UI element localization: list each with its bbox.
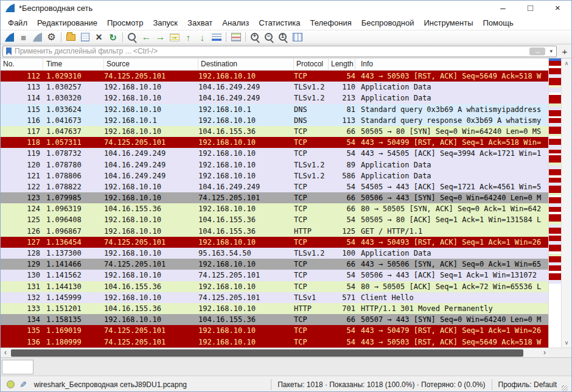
capture-restart-button[interactable] — [30, 30, 44, 44]
column-header-time[interactable]: Time — [43, 58, 104, 70]
packet-row-122[interactable]: 1221.078822192.168.10.10104.16.249.249TC… — [1, 181, 549, 192]
minimize-button[interactable]: – — [489, 1, 517, 15]
packet-row-113[interactable]: 1131.030257192.168.10.10104.16.249.249TL… — [1, 82, 549, 93]
close-button[interactable]: × — [544, 1, 571, 15]
cell-source: 192.168.10.10 — [104, 248, 198, 259]
menu-item-analyze[interactable]: Анализ — [217, 17, 254, 29]
maximize-button[interactable]: □ — [517, 1, 544, 15]
packet-row-136[interactable]: 1361.18099974.125.205.101192.168.10.10TC… — [1, 337, 549, 348]
packet-row-125[interactable]: 1251.096408192.168.10.10104.16.155.36TCP… — [1, 214, 549, 225]
cell-info: Application Data — [355, 248, 549, 259]
open-file-button[interactable] — [64, 30, 78, 44]
profile-indicator[interactable]: Профиль: Default — [492, 379, 562, 390]
menu-item-help[interactable]: Помощь — [478, 17, 518, 29]
menu-item-edit[interactable]: Редактирование — [32, 17, 102, 29]
zoom-out-icon: − — [264, 32, 274, 43]
zoom-out-button[interactable]: − — [262, 30, 276, 44]
capture-options-button[interactable]: ⚙ — [44, 30, 58, 44]
colorize-packets-icon — [231, 33, 241, 41]
display-filter-input[interactable] — [15, 47, 529, 56]
packet-row-126[interactable]: 1261.096867192.168.10.10104.16.155.36HTT… — [1, 226, 549, 237]
cell-no: 133 — [1, 303, 43, 314]
resize-columns-button[interactable] — [290, 30, 304, 44]
filter-bookmark-icon[interactable] — [6, 47, 12, 55]
packet-row-134[interactable]: 1341.158135192.168.10.10104.16.155.36TCP… — [1, 314, 549, 325]
packet-row-124[interactable]: 1241.096319104.16.155.36192.168.10.10TCP… — [1, 203, 549, 214]
scroll-up-arrow[interactable]: ∧ — [565, 58, 569, 68]
cell-protocol: TLSv1.2 — [294, 93, 329, 103]
zoom-in-button[interactable]: + — [248, 30, 262, 44]
cell-source: 104.16.155.36 — [104, 203, 198, 214]
status-bar: ✎ wireshark_Беспроводная сетьJ89DU1.pcap… — [1, 376, 571, 392]
packet-row-131[interactable]: 1311.144130104.16.155.36192.168.10.10TCP… — [1, 281, 549, 292]
packet-detail-pane-sliver[interactable] — [2, 360, 33, 374]
cell-info: GET / HTTP/1.1 — [355, 226, 549, 237]
cell-time: 1.079985 — [43, 192, 104, 203]
zoom-100-button[interactable]: 1 — [276, 30, 290, 44]
menu-item-statistics[interactable]: Статистика — [254, 17, 305, 29]
go-last-packet-button[interactable]: ↓ — [195, 30, 209, 44]
cell-time: 1.041673 — [43, 115, 104, 126]
column-header-source[interactable]: Source — [104, 58, 198, 70]
packet-row-133[interactable]: 1331.151201104.16.155.36192.168.10.10HTT… — [1, 303, 549, 314]
packet-row-127[interactable]: 1271.13645474.125.205.101192.168.10.10TC… — [1, 237, 549, 248]
apply-filter-button[interactable]: → — [529, 47, 545, 55]
go-back-button[interactable]: ← — [139, 30, 153, 44]
scroll-left-arrow[interactable]: ‹ — [1, 348, 10, 357]
menu-item-capture[interactable]: Захват — [183, 17, 217, 29]
find-packet-button[interactable] — [125, 30, 139, 44]
save-file-button[interactable] — [78, 30, 92, 44]
packet-row-129[interactable]: 1291.14146674.125.205.101192.168.10.10TC… — [1, 259, 549, 270]
packet-row-116[interactable]: 1161.041673192.168.10.1192.168.10.10DNS1… — [1, 115, 549, 126]
packet-row-123[interactable]: 1231.079985192.168.10.1074.125.205.101TC… — [1, 192, 549, 203]
packet-row-112[interactable]: 1121.02931074.125.205.101192.168.10.10TC… — [1, 71, 549, 82]
capture-stop-button[interactable]: ■ — [16, 30, 30, 44]
column-header-dest[interactable]: Destination — [198, 58, 294, 70]
cell-protocol: TCP — [294, 214, 329, 225]
auto-scroll-button[interactable] — [209, 30, 223, 44]
packet-row-135[interactable]: 1351.16901974.125.205.101192.168.10.10TC… — [1, 325, 549, 336]
go-forward-button[interactable]: → — [153, 30, 167, 44]
resize-grip[interactable] — [562, 385, 568, 391]
capture-start-button[interactable] — [2, 30, 16, 44]
menu-item-wireless[interactable]: Беспроводной — [357, 17, 419, 29]
packet-row-117[interactable]: 1171.047637192.168.10.10104.16.155.36TCP… — [1, 126, 549, 137]
packet-row-121[interactable]: 1211.078806104.16.249.249192.168.10.10TL… — [1, 170, 549, 181]
expert-info-icon[interactable] — [7, 380, 15, 388]
menu-item-file[interactable]: Файл — [3, 17, 32, 29]
menu-item-go[interactable]: Запуск — [148, 17, 183, 29]
column-header-no[interactable]: No. — [1, 58, 43, 70]
column-header-protocol[interactable]: Protocol — [294, 58, 329, 70]
go-first-packet-button[interactable]: ↑ — [181, 30, 195, 44]
packet-row-130[interactable]: 1301.141562192.168.10.1074.125.205.101TC… — [1, 270, 549, 281]
intelligent-scrollbar-minimap[interactable] — [548, 58, 561, 348]
packet-row-132[interactable]: 1321.145999192.168.10.1074.125.205.101TL… — [1, 292, 549, 303]
menu-item-telephony[interactable]: Телефония — [305, 17, 356, 29]
menu-item-view[interactable]: Просмотр — [102, 17, 148, 29]
column-header-info[interactable]: Info — [355, 58, 549, 70]
cell-protocol: TCP — [294, 203, 329, 214]
reload-file-button[interactable]: ↻ — [106, 30, 120, 44]
vertical-scrollbar[interactable]: ∧ ∨ — [561, 58, 571, 348]
close-file-button[interactable]: × — [92, 30, 106, 44]
scroll-down-arrow[interactable]: ∨ — [565, 338, 569, 348]
cell-source: 192.168.10.10 — [104, 181, 198, 192]
capture-comment-icon[interactable]: ✎ — [19, 380, 27, 390]
scroll-right-arrow[interactable]: › — [540, 348, 549, 357]
zoom-in-label: + — [252, 33, 257, 39]
packet-row-114[interactable]: 1141.030320192.168.10.10104.16.249.249TL… — [1, 93, 549, 103]
packet-row-118[interactable]: 1181.05731174.125.205.101192.168.10.10TC… — [1, 137, 549, 148]
packet-row-115[interactable]: 1151.033624192.168.10.10192.168.10.1DNS8… — [1, 104, 549, 115]
horizontal-scrollbar[interactable]: ‹ › — [1, 348, 549, 357]
cell-protocol: TCP — [294, 281, 329, 292]
horizontal-scroll-thumb[interactable] — [11, 349, 523, 357]
packet-row-128[interactable]: 1281.137300192.168.10.1095.163.54.50TLSv… — [1, 248, 549, 259]
packet-row-120[interactable]: 1201.078780104.16.249.249192.168.10.10TL… — [1, 159, 549, 170]
packet-row-119[interactable]: 1191.078732104.16.249.249192.168.10.10TC… — [1, 148, 549, 159]
go-to-packet-button[interactable] — [167, 30, 181, 44]
filter-dropdown-caret[interactable]: ▾ — [548, 48, 554, 54]
colorize-packets-button[interactable] — [229, 30, 243, 44]
column-header-length[interactable]: Length — [329, 58, 355, 70]
add-filter-button[interactable]: + — [560, 46, 570, 57]
menu-item-tools[interactable]: Инструменты — [419, 17, 478, 29]
